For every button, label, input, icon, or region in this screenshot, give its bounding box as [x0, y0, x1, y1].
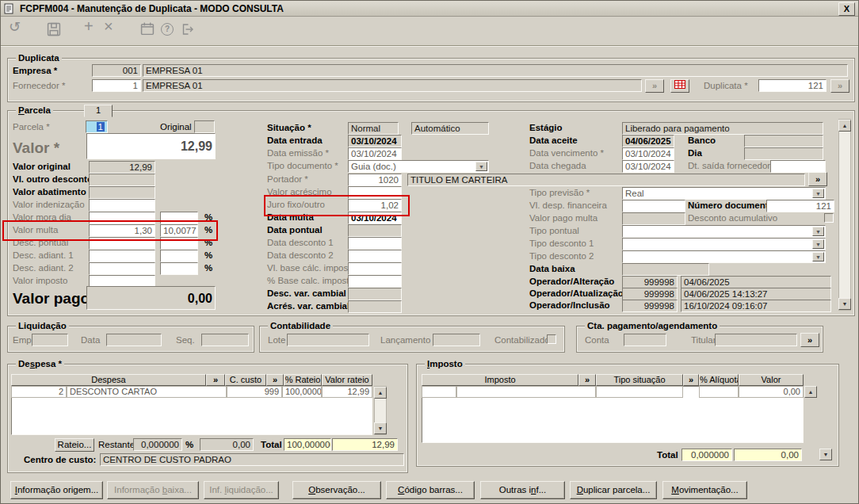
lote-field[interactable]	[287, 334, 369, 346]
pct-base-calc-field[interactable]	[348, 275, 402, 288]
tab-parcela-1[interactable]: 1	[84, 105, 113, 117]
tipo-desconto-2-select[interactable]: ▼	[622, 250, 826, 263]
data-aceite-field[interactable]: 04/06/2025	[622, 135, 674, 147]
calendar-icon[interactable]	[140, 22, 155, 37]
despesa-lookup-header[interactable]: »	[206, 374, 225, 386]
scroll-up-icon[interactable]: ▲	[838, 120, 851, 132]
valor-multa-pct-field[interactable]: 10,0077	[160, 224, 198, 237]
numero-documento-field[interactable]: 121	[766, 200, 834, 212]
desc-adiant-1-field[interactable]	[89, 250, 155, 262]
outras-inf-button[interactable]: Outras inf...	[480, 481, 565, 499]
parcela-number-field[interactable]: 1	[86, 120, 108, 133]
desc-adiant-2-pct-field[interactable]	[160, 262, 198, 275]
valor-multa-field[interactable]: 1,30	[89, 224, 155, 237]
rateio-button[interactable]: Rateio...	[55, 438, 94, 452]
juro-fixo-field[interactable]: 1,02	[348, 199, 402, 212]
dia-field[interactable]	[744, 147, 823, 160]
despesa-row-pct[interactable]: 100,000000	[282, 386, 322, 398]
add-icon[interactable]: +	[84, 17, 94, 36]
duplicata-number-field[interactable]: 121	[758, 79, 827, 92]
chevron-down-icon[interactable]: ▼	[812, 252, 824, 262]
despesa-row-num[interactable]: 2	[11, 386, 67, 398]
restante-valor-field[interactable]: 0,00	[200, 438, 254, 451]
c-custo-lookup-header[interactable]: »	[266, 374, 284, 386]
valor-field[interactable]: 12,99	[86, 133, 216, 159]
valor-pago-multa-field[interactable]	[622, 212, 685, 225]
scroll-down-icon[interactable]: ▼	[819, 449, 832, 460]
vl-base-calc-field[interactable]	[348, 262, 402, 275]
fornecedor-lookup-button[interactable]: »	[645, 79, 664, 93]
valor-original-field[interactable]: 12,99	[89, 161, 155, 174]
tipo-situacao-col-header[interactable]: Tipo situação	[596, 374, 683, 386]
data-pontual-field[interactable]	[348, 224, 402, 237]
fornecedor-name-field[interactable]: EMPRESA 01	[143, 79, 642, 92]
c-custo-col-header[interactable]: C. custo	[225, 374, 266, 386]
data-baixa-field[interactable]	[622, 263, 709, 276]
imposto-row-valor[interactable]: 0,00	[739, 386, 804, 398]
imposto-total-pct-field[interactable]: 0,000000	[681, 449, 732, 461]
desc-pontual-field[interactable]	[89, 237, 155, 250]
banco-field[interactable]	[744, 135, 823, 147]
liquidacao-emp-field[interactable]	[32, 334, 68, 346]
estagio-field[interactable]: Liberado para pagamento	[622, 122, 823, 135]
scroll-up-icon[interactable]: ▲	[374, 387, 387, 399]
chevron-down-icon[interactable]: ▼	[812, 189, 824, 198]
imposto-row-name[interactable]	[456, 386, 596, 398]
despesa-total-pct-field[interactable]: 100,000000	[284, 438, 331, 451]
imposto-row-num[interactable]	[422, 386, 456, 398]
tipo-documento-select[interactable]: Guia (doc.)▼	[348, 160, 489, 173]
tipo-previsao-select[interactable]: Real▼	[622, 187, 826, 200]
despesa-row-ccusto[interactable]: 999	[227, 386, 282, 398]
data-desconto-2-field[interactable]	[348, 250, 402, 262]
close-icon[interactable]: X	[838, 2, 855, 16]
desconto-acumulativo-checkbox[interactable]	[824, 213, 834, 223]
imposto-col-header[interactable]: Imposto	[422, 374, 578, 386]
vl-outro-desconto-field[interactable]	[89, 174, 155, 186]
conta-field[interactable]	[624, 334, 666, 346]
valor-pago-field[interactable]: 0,00	[86, 286, 216, 310]
fornecedor-code-field[interactable]: 1	[92, 79, 141, 92]
imposto-total-valor-field[interactable]: 0,00	[734, 449, 802, 461]
contabilizado-checkbox[interactable]	[547, 334, 556, 344]
valor-abatimento-field[interactable]	[89, 186, 155, 199]
pct-aliquota-col-header[interactable]: % Alíquota	[699, 374, 739, 386]
grid-icon[interactable]	[670, 79, 689, 93]
portador-lookup-button[interactable]: »	[808, 172, 827, 186]
operador-atualizacao-date-field[interactable]: 04/06/2025 14:13:27	[681, 288, 831, 300]
desc-adiant-2-field[interactable]	[89, 262, 155, 275]
despesa-total-valor-field[interactable]: 12,99	[332, 438, 398, 451]
empresa-code-field[interactable]: 001	[92, 64, 141, 77]
observacao-button[interactable]: Observação...	[292, 481, 381, 499]
help-icon[interactable]: ?	[161, 23, 174, 36]
acres-var-cambial-field[interactable]	[348, 300, 402, 313]
tipo-pontual-select[interactable]: ▼	[622, 225, 826, 238]
tipo-situacao-lookup-header[interactable]: »	[683, 374, 699, 386]
empresa-name-field[interactable]: EMPRESA 01	[143, 64, 848, 77]
portador-field[interactable]: 1020	[348, 174, 402, 186]
desc-var-cambial-field[interactable]	[348, 288, 402, 300]
operador-atualizacao-code-field[interactable]: 999998	[622, 288, 678, 300]
chevron-down-icon[interactable]: ▼	[812, 239, 824, 249]
chevron-down-icon[interactable]: ▼	[812, 227, 824, 236]
scroll-down-icon[interactable]: ▼	[374, 422, 387, 434]
data-vencimento-field[interactable]: 03/10/2024	[622, 147, 674, 160]
valor-mora-dia-pct-field[interactable]	[160, 212, 198, 224]
data-desconto-1-field[interactable]	[348, 237, 402, 250]
scroll-down-icon[interactable]: ▼	[838, 298, 851, 310]
vl-desp-financeira-field[interactable]	[622, 200, 685, 212]
desc-adiant-1-pct-field[interactable]	[160, 250, 198, 262]
lancamento-field[interactable]	[433, 334, 480, 346]
data-chegada-field[interactable]: 03/10/2024	[622, 160, 674, 173]
chevron-down-icon[interactable]: ▼	[475, 162, 487, 171]
imposto-row-pct[interactable]	[699, 386, 739, 398]
valor-mora-dia-field[interactable]	[89, 212, 155, 224]
save-icon[interactable]	[47, 22, 61, 38]
desc-pontual-pct-field[interactable]	[160, 237, 198, 250]
dt-saida-field[interactable]	[770, 160, 826, 173]
parcela-scrollbar[interactable]: ▲ ▼	[838, 119, 851, 311]
tipo-desconto-1-select[interactable]: ▼	[622, 238, 826, 250]
cta-lookup-button[interactable]: »	[800, 333, 819, 347]
pct-rateio-col-header[interactable]: % Rateio	[284, 374, 322, 386]
data-multa-field[interactable]: 03/10/2024	[348, 212, 402, 224]
undo-icon[interactable]: ↺	[9, 18, 21, 36]
